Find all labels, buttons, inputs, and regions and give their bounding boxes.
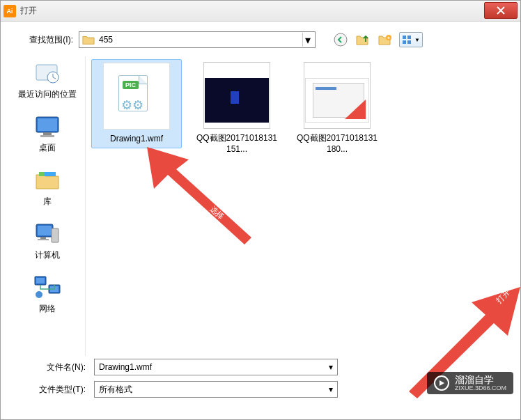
file-thumb [203,62,270,129]
new-folder-button[interactable]: ✦ [377,31,394,48]
open-dialog: Ai 打开 查找范围(I): 455 ▾ [0,0,521,420]
play-icon [434,375,449,391]
place-libraries[interactable]: 库 [9,166,85,208]
place-desktop[interactable]: 桌面 [9,113,85,154]
folder-icon [82,34,95,45]
file-item-screenshot2[interactable]: QQ截图20171018131180... [292,59,382,157]
place-computer[interactable]: 计算机 [9,220,85,261]
svg-rect-14 [39,172,45,176]
back-button[interactable] [332,31,349,48]
up-button[interactable] [355,31,371,48]
svg-rect-10 [38,118,57,131]
svg-rect-5 [403,40,406,44]
svg-point-24 [36,291,42,298]
chevron-down-icon: ▾ [329,362,333,372]
svg-rect-22 [36,278,45,283]
watermark-sub: ZIXUE.3D66.COM [455,384,506,391]
desktop-icon [32,113,63,141]
view-icon [402,35,413,45]
svg-point-0 [334,33,347,46]
file-name: Drawing1.wmf [110,134,163,145]
view-menu-button[interactable]: ▼ [399,32,423,47]
filename-value: Drawing1.wmf [99,362,152,372]
place-desktop-label: 桌面 [39,142,56,154]
svg-rect-4 [407,36,411,39]
recent-icon [32,59,63,87]
chevron-down-icon: ▾ [329,384,333,394]
svg-rect-18 [40,237,46,239]
libraries-icon [32,166,63,194]
toolbar-icons: ✦ ▼ [332,31,423,48]
svg-rect-11 [43,132,52,135]
place-network-label: 网络 [39,303,56,315]
dialog-title: 打开 [20,5,484,17]
lookin-row: 查找范围(I): 455 ▾ ✦ ▼ [9,27,512,52]
svg-rect-6 [407,40,411,44]
svg-rect-12 [40,135,54,137]
svg-text:✦: ✦ [387,36,391,40]
file-item-screenshot1[interactable]: QQ截图20171018131151... [192,59,282,157]
svg-rect-17 [52,228,59,242]
folder-new-icon: ✦ [378,33,392,46]
folder-up-icon [356,33,370,46]
file-thumb: PIC ⚙⚙ [103,63,170,130]
filename-input[interactable]: Drawing1.wmf ▾ [94,359,338,375]
file-thumb [304,62,371,129]
dialog-content: 查找范围(I): 455 ▾ ✦ ▼ [1,22,520,419]
close-icon [497,6,505,15]
titlebar: Ai 打开 [1,1,520,22]
close-button[interactable] [484,2,518,19]
network-icon [32,274,63,302]
filename-label: 文件名(N): [9,361,94,373]
file-grid[interactable]: PIC ⚙⚙ Drawing1.wmf QQ截图20171018131151..… [86,56,512,356]
svg-rect-3 [403,36,406,39]
file-item-drawing1[interactable]: PIC ⚙⚙ Drawing1.wmf [91,59,182,148]
back-icon [334,33,348,47]
chevron-down-icon: ▾ [302,33,312,47]
lookin-select[interactable]: 455 ▾ [79,31,316,48]
place-recent[interactable]: 最近访问的位置 [9,59,85,100]
watermark-text: 溜溜自学 [455,375,506,384]
place-network[interactable]: 网络 [9,274,85,315]
main-area: 最近访问的位置 桌面 库 [9,56,512,356]
computer-icon [32,220,63,248]
app-icon: Ai [3,5,16,17]
svg-rect-19 [38,239,49,240]
watermark: 溜溜自学 ZIXUE.3D66.COM [427,372,513,394]
place-libraries-label: 库 [43,196,52,208]
filetype-label: 文件类型(T): [9,384,94,396]
svg-rect-16 [38,226,52,235]
file-name: QQ截图20171018131151... [194,133,279,155]
place-recent-label: 最近访问的位置 [18,88,77,100]
chevron-down-icon: ▼ [414,37,420,43]
filetype-value: 所有格式 [99,384,132,396]
place-computer-label: 计算机 [35,249,60,261]
places-bar: 最近访问的位置 桌面 库 [9,56,86,356]
lookin-value: 455 [99,35,302,45]
lookin-label: 查找范围(I): [9,34,79,46]
file-name: QQ截图20171018131180... [295,133,380,155]
filetype-select[interactable]: 所有格式 ▾ [94,381,338,398]
